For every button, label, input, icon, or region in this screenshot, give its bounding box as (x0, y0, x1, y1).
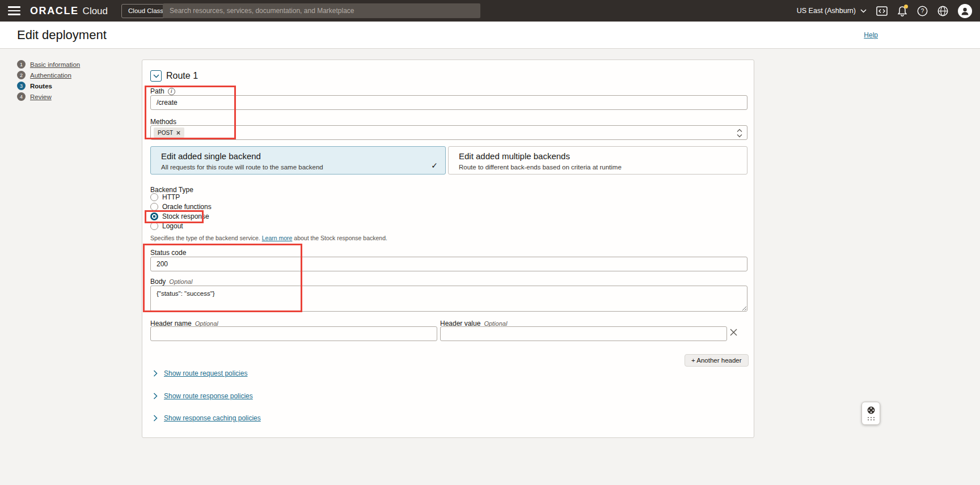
radio-label: Logout (162, 222, 183, 230)
step-routes[interactable]: 3 Routes (17, 82, 80, 90)
select-stepper-icon[interactable] (737, 129, 742, 140)
step-review[interactable]: 4 Review (17, 92, 80, 101)
remove-header-icon[interactable] (730, 329, 737, 336)
card-subtitle: Route to different back-ends based on cr… (459, 164, 622, 171)
route-panel: Route 1 Path i Methods POST Edit added s… (142, 59, 754, 438)
route-request-policies-row: Show route request policies (153, 369, 247, 378)
header-value-input[interactable] (440, 326, 727, 341)
selected-check-icon: ✓ (431, 161, 438, 170)
methods-label: Methods (150, 118, 176, 126)
status-code-input[interactable] (150, 257, 747, 271)
add-another-header-button[interactable]: + Another header (685, 354, 749, 367)
notifications-bell-icon[interactable] (897, 6, 907, 16)
region-label: US East (Ashburn) (797, 7, 856, 15)
card-title: Edit added multiple backends (459, 151, 570, 161)
body-label: Body Optional (150, 278, 192, 286)
optional-tag: Optional (169, 278, 192, 285)
path-input[interactable] (150, 95, 747, 110)
cloud-classic-label: Cloud Classic (128, 7, 168, 14)
radio-logout[interactable]: Logout (150, 222, 183, 231)
search-input[interactable] (163, 3, 480, 18)
notification-dot (904, 5, 908, 8)
body-textarea[interactable]: {"status": "success"} (150, 286, 747, 312)
radio-http[interactable]: HTTP (150, 193, 180, 202)
backend-type-help-text: Specifies the type of the backend servic… (150, 235, 387, 241)
radio-icon (150, 222, 158, 230)
methods-select[interactable]: POST (150, 125, 747, 140)
step-label: Review (30, 93, 52, 100)
page-header: Edit deployment Help (0, 22, 980, 49)
page-title: Edit deployment (17, 28, 107, 42)
topbar-actions: US East (Ashburn) ? (797, 4, 972, 18)
chevron-right-icon[interactable] (153, 393, 158, 399)
show-route-response-policies-link[interactable]: Show route response policies (164, 392, 253, 400)
info-icon[interactable]: i (168, 88, 175, 95)
method-chip-label: POST (158, 130, 173, 136)
radio-oracle-functions[interactable]: Oracle functions (150, 202, 212, 211)
svg-text:?: ? (921, 8, 924, 14)
status-code-label: Status code (150, 249, 186, 257)
multiple-backends-card[interactable]: Edit added multiple backends Route to di… (448, 146, 747, 175)
step-label: Routes (30, 83, 52, 90)
chevron-right-icon[interactable] (153, 370, 158, 377)
learn-more-link[interactable]: Learn more (262, 235, 293, 241)
radio-selected-icon (150, 212, 158, 220)
region-selector[interactable]: US East (Ashburn) (797, 7, 867, 15)
developer-tools-icon[interactable] (876, 6, 888, 16)
show-route-request-policies-link[interactable]: Show route request policies (164, 369, 247, 377)
method-chip: POST (154, 127, 184, 138)
header-name-input[interactable] (150, 326, 437, 341)
card-subtitle: All requests for this route will route t… (161, 164, 323, 171)
step-number: 1 (17, 60, 26, 69)
drag-dots-icon (867, 416, 876, 421)
brand-cloud-text: Cloud (83, 6, 108, 17)
brand-oracle-text: ORACLE (30, 5, 79, 17)
step-number: 3 (17, 82, 26, 90)
chevron-right-icon[interactable] (153, 415, 158, 422)
person-icon (960, 6, 970, 16)
radio-label: Stock response (162, 212, 209, 220)
path-label: Path i (150, 87, 175, 95)
wizard-steps: 1 Basic information 2 Authentication 3 R… (17, 60, 80, 101)
assistant-launcher-button[interactable] (861, 402, 880, 425)
radio-stock-response[interactable]: Stock response (150, 212, 209, 221)
route-section-title: Route 1 (166, 71, 198, 81)
step-number: 4 (17, 92, 26, 101)
radio-icon (150, 203, 158, 211)
oracle-cloud-logo[interactable]: ORACLE Cloud (30, 5, 108, 17)
assistant-wheel-icon (867, 406, 876, 415)
step-basic-information[interactable]: 1 Basic information (17, 60, 80, 69)
step-authentication[interactable]: 2 Authentication (17, 71, 80, 79)
help-icon[interactable]: ? (917, 6, 928, 16)
radio-label: HTTP (162, 193, 180, 201)
help-link[interactable]: Help (864, 31, 878, 39)
step-number: 2 (17, 71, 26, 79)
radio-icon (150, 193, 158, 201)
response-caching-policies-row: Show response caching policies (153, 414, 261, 423)
route-response-policies-row: Show route response policies (153, 392, 253, 401)
step-label: Authentication (30, 72, 71, 79)
show-response-caching-policies-link[interactable]: Show response caching policies (164, 414, 261, 422)
collapse-route-button[interactable] (150, 70, 162, 82)
remove-method-icon[interactable] (176, 131, 180, 135)
card-title: Edit added single backend (161, 151, 261, 161)
radio-label: Oracle functions (162, 203, 212, 211)
single-backend-card[interactable]: Edit added single backend All requests f… (150, 146, 446, 175)
user-avatar[interactable] (958, 4, 972, 18)
chevron-down-icon (860, 9, 867, 13)
menu-icon[interactable] (8, 6, 20, 15)
chevron-down-icon (153, 74, 159, 78)
step-label: Basic information (30, 61, 80, 68)
language-globe-icon[interactable] (937, 6, 948, 16)
topbar: ORACLE Cloud Cloud Classic US East (Ashb… (0, 0, 980, 22)
